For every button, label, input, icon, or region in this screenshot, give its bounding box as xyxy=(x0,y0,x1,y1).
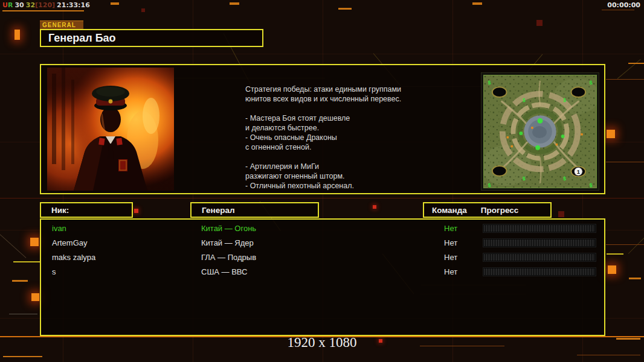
status-value-1: 30 xyxy=(14,1,24,9)
player-general: США — ВВС xyxy=(201,267,248,276)
decor-line xyxy=(111,2,119,5)
decor-trace xyxy=(628,237,644,254)
decor-line xyxy=(606,79,644,80)
team-header-label: Команда xyxy=(424,206,467,215)
player-nick: ivan xyxy=(52,224,66,233)
table-row[interactable]: ivan Китай — Огонь Нет xyxy=(41,221,604,236)
status-bar: UR3032[120]21:33:16 xyxy=(2,1,92,9)
progress-header-label: Прогресс xyxy=(467,206,518,215)
decor-trace xyxy=(617,59,641,79)
nick-header-label: Ник: xyxy=(51,206,69,215)
player-team: Нет xyxy=(444,253,457,262)
minimap: $ $ $ $ $ $ $ $ 1 xyxy=(483,75,597,188)
page-title: Генерал Бао xyxy=(48,32,116,45)
decor-line xyxy=(577,355,640,355)
column-header-team-progress: Команда Прогресс xyxy=(423,202,552,218)
decor-blip xyxy=(608,265,616,274)
decor-line xyxy=(338,8,352,10)
player-progress-bar xyxy=(483,268,596,276)
table-row[interactable]: s США — ВВС Нет xyxy=(41,265,604,279)
decor-line xyxy=(3,356,42,357)
decor-line xyxy=(628,63,644,64)
player-nick: s xyxy=(52,267,56,276)
decor-trace xyxy=(0,234,26,258)
decor-line xyxy=(12,280,28,282)
strategy-text: Стратегия победы: атаки едиными группами… xyxy=(245,84,427,191)
decor-line xyxy=(607,253,623,255)
column-header-nick: Ник: xyxy=(40,202,133,218)
decor-blip xyxy=(558,211,564,217)
minimap-frame: $ $ $ $ $ $ $ $ 1 xyxy=(481,72,599,191)
decor-line xyxy=(0,198,644,198)
player-team: Нет xyxy=(444,224,457,233)
decor-blip xyxy=(30,238,39,246)
tab-general: GENERAL xyxy=(40,21,83,29)
general-bao-portrait xyxy=(47,68,174,191)
general-header-label: Генерал xyxy=(202,206,234,215)
decor-line xyxy=(606,162,644,162)
supply-icon: $ xyxy=(488,80,491,86)
general-title-box: Генерал Бао xyxy=(40,29,263,47)
player-general: Китай — Огонь xyxy=(201,224,256,233)
player-progress-bar xyxy=(483,253,596,261)
supply-icon: $ xyxy=(523,97,526,103)
decor-line xyxy=(602,10,634,10)
player-general: ГЛА — Подрыв xyxy=(201,253,256,262)
player-nick: ArtemGay xyxy=(52,238,88,247)
supply-icon: $ xyxy=(523,176,526,182)
player-team: Нет xyxy=(444,238,457,247)
player-general: Китай — Ядер xyxy=(201,238,254,247)
supply-icon: $ xyxy=(488,182,491,188)
decor-line xyxy=(13,261,40,262)
players-table: ivan Китай — Огонь Нет ArtemGay Китай — … xyxy=(40,218,605,336)
table-row[interactable]: ArtemGay Китай — Ядер Нет xyxy=(41,236,604,250)
decor-blip xyxy=(373,205,376,209)
decor-line xyxy=(606,244,644,245)
player-team: Нет xyxy=(444,267,457,276)
supply-icon: $ xyxy=(590,182,593,188)
status-u: U xyxy=(2,1,8,9)
supply-icon: $ xyxy=(563,176,566,182)
decor-blip xyxy=(607,130,615,138)
start-position-marker: 1 xyxy=(577,168,580,175)
decor-line xyxy=(629,278,641,279)
status-clock: 21:33:16 xyxy=(57,1,90,9)
supply-icon: $ xyxy=(563,97,566,103)
decor-blip xyxy=(134,209,138,213)
player-progress-bar xyxy=(483,224,596,232)
decor-blip xyxy=(14,30,20,40)
player-nick: maks zalypa xyxy=(52,253,95,262)
status-r: R xyxy=(8,1,13,9)
resolution-label: 1920 x 1080 xyxy=(0,335,644,351)
decor-blip xyxy=(31,293,39,301)
decor-line xyxy=(9,314,37,314)
decor-blip xyxy=(536,20,543,26)
match-timer: 00:00:00 xyxy=(607,1,640,9)
status-value-2: 32 xyxy=(26,1,35,9)
column-header-general: Генерал xyxy=(190,202,319,218)
player-progress-bar xyxy=(483,239,596,247)
decor-line xyxy=(472,2,482,5)
table-row[interactable]: maks zalypa ГЛА — Подрыв Нет xyxy=(41,250,604,265)
decor-line xyxy=(230,2,239,5)
supply-icon: $ xyxy=(590,80,593,86)
status-value-3: [120] xyxy=(35,1,55,9)
decor-line xyxy=(2,10,84,11)
general-info-panel: Стратегия победы: атаки едиными группами… xyxy=(40,64,605,194)
decor-blip xyxy=(141,8,145,12)
